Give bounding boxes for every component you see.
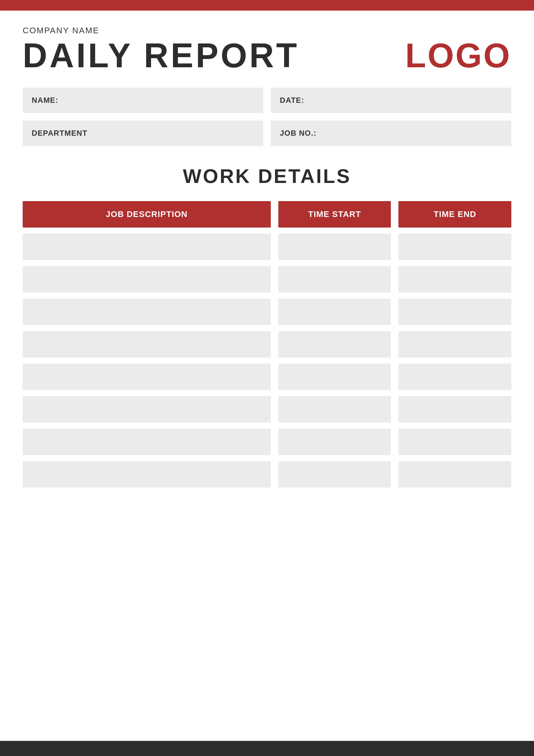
job-desc-cell[interactable]	[23, 331, 271, 358]
table-row	[23, 429, 511, 455]
time-end-cell[interactable]	[398, 299, 511, 325]
time-end-cell[interactable]	[398, 234, 511, 260]
job-desc-cell[interactable]	[23, 299, 271, 325]
date-field[interactable]: DATE:	[271, 88, 511, 113]
daily-report-title: DAILY REPORT	[23, 39, 299, 73]
table-row	[23, 266, 511, 293]
time-start-cell[interactable]	[278, 364, 391, 390]
department-field[interactable]: DEPARTMENT	[23, 121, 263, 146]
col-header-job-description: JOB DESCRIPTION	[23, 201, 271, 228]
name-label: NAME:	[32, 96, 59, 104]
table-row	[23, 331, 511, 358]
work-details-table: JOB DESCRIPTION TIME START TIME END	[23, 201, 511, 488]
time-end-cell[interactable]	[398, 364, 511, 390]
jobno-label: JOB NO.:	[280, 129, 316, 137]
time-end-cell[interactable]	[398, 396, 511, 423]
company-name: COMPANY NAME	[23, 26, 511, 36]
time-start-cell[interactable]	[278, 461, 391, 488]
job-desc-cell[interactable]	[23, 461, 271, 488]
table-row	[23, 396, 511, 423]
table-row	[23, 234, 511, 260]
jobno-field[interactable]: JOB NO.:	[271, 121, 511, 146]
table-row	[23, 299, 511, 325]
job-desc-cell[interactable]	[23, 266, 271, 293]
time-start-cell[interactable]	[278, 266, 391, 293]
name-field[interactable]: NAME:	[23, 88, 263, 113]
logo: LOGO	[405, 39, 511, 73]
time-start-cell[interactable]	[278, 429, 391, 455]
job-desc-cell[interactable]	[23, 429, 271, 455]
time-end-cell[interactable]	[398, 461, 511, 488]
time-start-cell[interactable]	[278, 331, 391, 358]
job-desc-cell[interactable]	[23, 364, 271, 390]
job-desc-cell[interactable]	[23, 396, 271, 423]
table-row	[23, 364, 511, 390]
top-bar	[0, 0, 534, 11]
time-start-cell[interactable]	[278, 299, 391, 325]
col-header-time-start: TIME START	[278, 201, 391, 228]
time-start-cell[interactable]	[278, 234, 391, 260]
bottom-bar	[0, 741, 534, 756]
time-start-cell[interactable]	[278, 396, 391, 423]
table-row	[23, 461, 511, 488]
time-end-cell[interactable]	[398, 429, 511, 455]
date-label: DATE:	[280, 96, 304, 104]
col-header-time-end: TIME END	[398, 201, 511, 228]
department-label: DEPARTMENT	[32, 129, 87, 137]
time-end-cell[interactable]	[398, 266, 511, 293]
job-desc-cell[interactable]	[23, 234, 271, 260]
section-title: WORK DETAILS	[23, 165, 511, 187]
time-end-cell[interactable]	[398, 331, 511, 358]
